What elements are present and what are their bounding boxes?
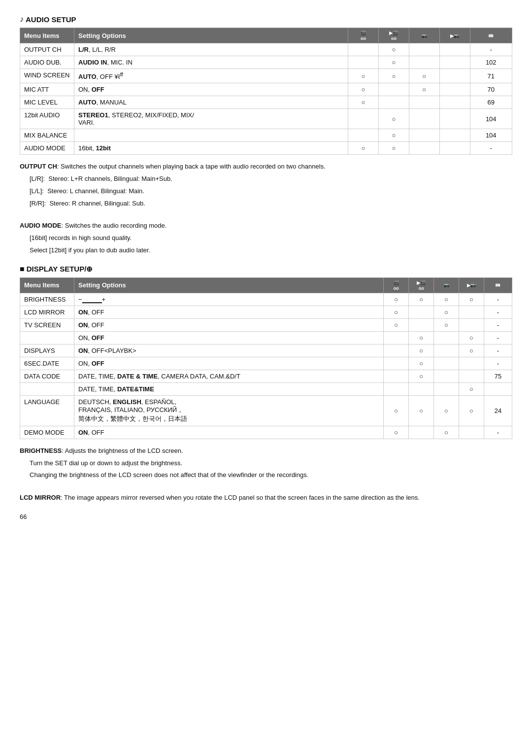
icon-cell-5: 70 <box>470 83 512 96</box>
table-row: MIX BALANCE ○ 104 <box>20 129 512 142</box>
output-ch-desc: OUTPUT CH: Switches the output channels … <box>20 162 512 172</box>
icon-cell-3 <box>409 142 439 155</box>
menu-item: 6SEC.DATE <box>20 357 74 370</box>
icon-cell-1 <box>348 109 379 129</box>
icon-cell-5: - <box>484 426 512 439</box>
icon-cell-4 <box>439 56 470 69</box>
menu-item: AUDIO MODE <box>20 142 74 155</box>
icon-cell-5: 102 <box>470 56 512 69</box>
icon-cell-2: ○ <box>378 109 409 129</box>
icon-cell-3 <box>434 344 459 357</box>
icon-cell-5 <box>484 382 512 395</box>
icon-cell-5: - <box>484 331 512 344</box>
setting-value: ON, OFF <box>74 331 384 344</box>
icon-cell-5: 71 <box>470 69 512 83</box>
setting-value <box>74 129 348 142</box>
icon-cell-4: ○ <box>459 382 484 395</box>
icon-cell-2: ○ <box>378 142 409 155</box>
table-row: MIC LEVEL AUTO, MANUAL ○ 69 <box>20 96 512 109</box>
display-table: Menu Items Setting Options 🎬oo ▶🎬oo 📷 ▶📷… <box>20 277 512 439</box>
icon-cell-2: ○ <box>409 344 434 357</box>
col-menu-items: Menu Items <box>20 277 74 293</box>
icon-cell-1: ○ <box>384 306 409 318</box>
icon-cell-3 <box>409 109 439 129</box>
table-row: OUTPUT CH L/R, L/L, R/R ○ - <box>20 43 512 56</box>
audio-mode-desc: AUDIO MODE: Switches the audio recording… <box>20 221 512 231</box>
table-row: DEMO MODE ON, OFF ○ ○ - <box>20 426 512 439</box>
setting-value: −▁▁▁▁+ <box>74 293 384 306</box>
setting-value: STEREO1, STEREO2, MIX/FIXED, MIX/VARI. <box>74 109 348 129</box>
icon-cell-1: ○ <box>348 96 379 109</box>
icon-cell-1: ○ <box>348 142 379 155</box>
audio-title-text: AUDIO SETUP <box>26 15 76 24</box>
icon-cell-5: - <box>484 318 512 331</box>
icon-cell-4 <box>459 357 484 370</box>
icon-cell-1 <box>384 370 409 382</box>
icon-cell-1 <box>384 331 409 344</box>
table-row: DISPLAYS ON, OFF<PLAYBK> ○ ○ - <box>20 344 512 357</box>
menu-item <box>20 331 74 344</box>
table-row: DATA CODE DATE, TIME, DATE & TIME, CAMER… <box>20 370 512 382</box>
icon-cell-2: ○ <box>409 331 434 344</box>
icon-cell-3: ○ <box>434 426 459 439</box>
icon-cell-4 <box>439 129 470 142</box>
col-icon1: 🎬oo <box>348 28 379 43</box>
setting-value: DATE, TIME, DATE&TIME <box>74 382 384 395</box>
icon-cell-2 <box>409 382 434 395</box>
col-icon4: ▶📷 <box>459 277 484 293</box>
icon-cell-5: 69 <box>470 96 512 109</box>
col-setting-options: Setting Options <box>74 277 384 293</box>
icon-cell-3: ○ <box>409 69 439 83</box>
col-icon5: 📖 <box>484 277 512 293</box>
audio-table: Menu Items Setting Options 🎬oo ▶🎬oo 📷 ▶📷… <box>20 28 512 155</box>
icon-cell-4: ○ <box>459 344 484 357</box>
col-icon2: ▶🎬oo <box>409 277 434 293</box>
col-icon3: 📷 <box>409 28 439 43</box>
icon-cell-2: ○ <box>378 43 409 56</box>
icon-cell-1: ○ <box>384 318 409 331</box>
table-row: AUDIO MODE 16bit, 12bit ○ ○ - <box>20 142 512 155</box>
menu-item: DEMO MODE <box>20 426 74 439</box>
icon-cell-1: ○ <box>384 426 409 439</box>
output-ch-item-3: [R/R]: Stereo: R channel, Bilingual: Sub… <box>30 199 512 209</box>
icon-cell-5: - <box>470 43 512 56</box>
icon-cell-3: ○ <box>409 83 439 96</box>
icon-cell-3: ○ <box>434 293 459 306</box>
setting-value: ON, OFF <box>74 318 384 331</box>
icon-cell-4 <box>439 142 470 155</box>
setting-value: ON, OFF<PLAYBK> <box>74 344 384 357</box>
menu-item: OUTPUT CH <box>20 43 74 56</box>
table-row: DATE, TIME, DATE&TIME ○ <box>20 382 512 395</box>
audio-setup-section: ♪ AUDIO SETUP Menu Items Setting Options… <box>20 15 512 256</box>
icon-cell-2 <box>378 96 409 109</box>
icon-cell-3 <box>434 370 459 382</box>
icon-cell-4 <box>439 43 470 56</box>
icon-cell-5: - <box>484 344 512 357</box>
icon-cell-3 <box>434 357 459 370</box>
icon-cell-4 <box>459 370 484 382</box>
display-description: BRIGHTNESS: Adjusts the brightness of th… <box>20 446 512 503</box>
icon-cell-3 <box>434 331 459 344</box>
icon-cell-1 <box>348 129 379 142</box>
display-setup-title: ■ DISPLAY SETUP/⊕ <box>20 265 512 274</box>
icon-cell-2: ○ <box>409 395 434 426</box>
audio-mode-item-1: [16bit] records in high sound quality. <box>30 233 512 243</box>
setting-value: ON, OFF <box>74 357 384 370</box>
icon-cell-5: 104 <box>470 109 512 129</box>
menu-item <box>20 382 74 395</box>
menu-item: LANGUAGE <box>20 395 74 426</box>
page-number: 66 <box>20 513 512 520</box>
setting-value: 16bit, 12bit <box>74 142 348 155</box>
setting-value: AUTO, MANUAL <box>74 96 348 109</box>
menu-item: LCD MIRROR <box>20 306 74 318</box>
col-menu-items: Menu Items <box>20 28 74 43</box>
icon-cell-4 <box>459 318 484 331</box>
icon-cell-2 <box>378 83 409 96</box>
icon-cell-5: - <box>484 306 512 318</box>
icon-cell-2: ○ <box>378 129 409 142</box>
menu-item: DISPLAYS <box>20 344 74 357</box>
brightness-desc: BRIGHTNESS: Adjusts the brightness of th… <box>20 446 512 456</box>
icon-cell-5: 75 <box>484 370 512 382</box>
icon-cell-4: ○ <box>459 331 484 344</box>
table-row: WIND SCREEN AUTO, OFF ¥ℓff ○ ○ ○ 71 <box>20 69 512 83</box>
